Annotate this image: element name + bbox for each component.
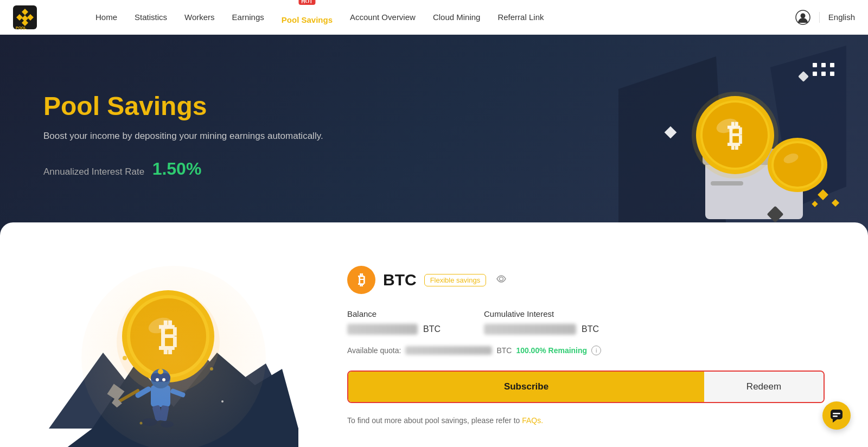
nav-account-overview[interactable]: Account Overview <box>350 12 416 22</box>
btc-header: ₿ BTC Flexible savings <box>347 266 825 294</box>
redeem-button[interactable]: Redeem <box>704 372 824 402</box>
svg-rect-33 <box>812 201 818 207</box>
balance-blurred <box>347 324 418 335</box>
navbar: POOL Home Statistics Workers Earnings HO… <box>0 0 868 35</box>
balance-row: Balance BTC Cumulative Interest BTC <box>347 309 825 335</box>
hero-title: Pool Savings <box>43 91 323 121</box>
svg-rect-13 <box>711 181 743 186</box>
chat-icon <box>829 408 844 423</box>
svg-rect-25 <box>813 63 817 67</box>
svg-rect-29 <box>821 72 826 76</box>
faq-link[interactable]: FAQs. <box>522 416 543 425</box>
quota-label: Available quota: <box>347 346 401 355</box>
eye-icon <box>496 273 507 284</box>
quota-info-button[interactable]: i <box>591 346 601 355</box>
svg-rect-67 <box>833 416 838 417</box>
svg-rect-66 <box>833 413 840 414</box>
balance-unit: BTC <box>423 324 441 334</box>
toggle-visibility-button[interactable] <box>496 273 507 287</box>
btc-label: BTC <box>383 271 417 289</box>
svg-rect-32 <box>832 199 839 207</box>
hot-badge: HOT <box>298 0 315 5</box>
interest-rate-row: Annualized Interest Rate 1.50% <box>43 159 323 179</box>
quota-remaining: 100.00% Remaining <box>516 346 587 355</box>
hero-coins-illustration: ₿ <box>618 46 846 235</box>
svg-point-8 <box>800 13 805 18</box>
cumulative-blurred <box>484 324 576 335</box>
user-icon <box>795 10 810 25</box>
nav-pool-savings[interactable]: HOT Pool Savings <box>282 10 333 24</box>
cumulative-unit: BTC <box>582 324 599 334</box>
quota-unit: BTC <box>496 346 512 355</box>
rate-label: Annualized Interest Rate <box>43 167 144 177</box>
user-menu[interactable] <box>795 10 810 25</box>
nav-cloud-mining[interactable]: Cloud Mining <box>433 12 481 22</box>
language-selector[interactable]: English <box>828 12 855 22</box>
balance-label: Balance <box>347 309 441 318</box>
nav-earnings[interactable]: Earnings <box>232 12 264 22</box>
flexible-savings-badge: Flexible savings <box>424 274 487 286</box>
svg-text:POOL: POOL <box>16 26 27 29</box>
balance-value: BTC <box>347 324 441 335</box>
chat-button[interactable] <box>822 401 851 430</box>
svg-text:₿: ₿ <box>727 118 743 152</box>
svg-rect-28 <box>813 72 817 76</box>
logo[interactable]: POOL <box>13 5 78 29</box>
main-content: ₿ <box>0 222 868 447</box>
svg-rect-30 <box>830 72 834 76</box>
quota-blurred <box>405 346 492 355</box>
btc-icon: ₿ <box>347 266 375 294</box>
balance-col: Balance BTC <box>347 309 441 335</box>
quota-row: Available quota: BTC 100.00% Remaining i <box>347 346 825 355</box>
binance-logo-icon: POOL <box>13 5 37 29</box>
hero-subtitle: Boost your income by depositing your min… <box>43 131 323 142</box>
cumulative-value: BTC <box>484 324 599 335</box>
svg-rect-64 <box>831 410 843 419</box>
svg-marker-65 <box>833 419 837 423</box>
subscribe-button[interactable]: Subscribe <box>348 372 704 402</box>
nav-statistics[interactable]: Statistics <box>135 12 167 22</box>
hero-decoration: ₿ <box>532 35 868 235</box>
faq-note: To find out more about pool savings, ple… <box>347 416 825 425</box>
nav-right: English <box>795 10 855 25</box>
action-buttons: Subscribe Redeem <box>347 371 825 403</box>
svg-point-22 <box>774 143 821 187</box>
nav-links: Home Statistics Workers Earnings HOT Poo… <box>95 10 795 24</box>
svg-rect-26 <box>821 63 826 67</box>
nav-home[interactable]: Home <box>95 12 117 22</box>
cumulative-label: Cumulative Interest <box>484 309 599 318</box>
hero-content: Pool Savings Boost your income by deposi… <box>43 91 323 179</box>
svg-rect-27 <box>830 63 834 67</box>
nav-divider <box>819 12 820 23</box>
hero-banner: Pool Savings Boost your income by deposi… <box>0 35 868 235</box>
rate-value: 1.50% <box>152 159 202 178</box>
savings-info: ₿ BTC Flexible savings Balance BTC Cumul… <box>347 255 825 425</box>
svg-point-63 <box>500 277 503 280</box>
bg-glow <box>81 266 266 447</box>
illustration-area: ₿ <box>43 255 304 447</box>
cumulative-col: Cumulative Interest BTC <box>484 309 599 335</box>
faq-note-text: To find out more about pool savings, ple… <box>347 416 520 425</box>
nav-workers[interactable]: Workers <box>184 12 215 22</box>
nav-referral-link[interactable]: Referral Link <box>497 12 544 22</box>
